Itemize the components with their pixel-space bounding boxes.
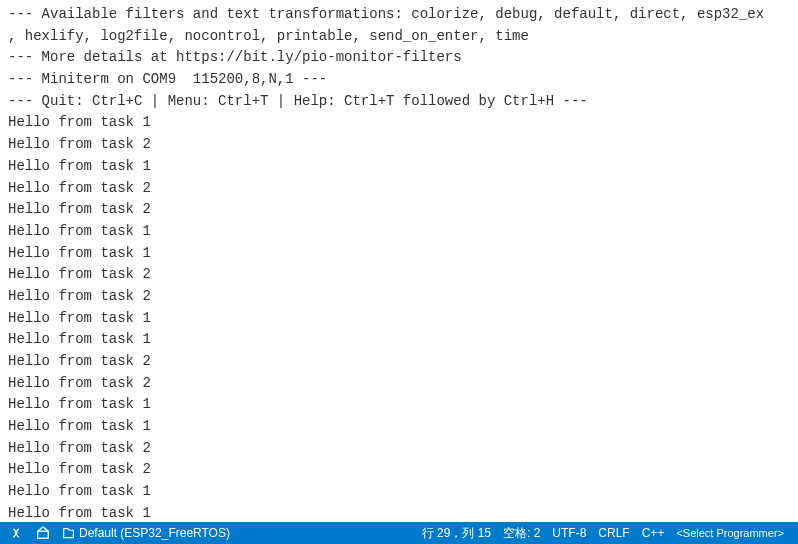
- select-programmer[interactable]: <Select Programmer>: [670, 522, 794, 544]
- terminal-line: Hello from task 1: [8, 481, 790, 503]
- terminal-line: Hello from task 2: [8, 286, 790, 308]
- terminal-line: --- More details at https://bit.ly/pio-m…: [8, 47, 790, 69]
- terminal-line: , hexlify, log2file, nocontrol, printabl…: [8, 26, 790, 48]
- terminal-line: --- Miniterm on COM9 115200,8,N,1 ---: [8, 69, 790, 91]
- terminal-line: Hello from task 1: [8, 243, 790, 265]
- cursor-position-label: 行 29，列 15: [422, 525, 491, 542]
- terminal-line: Hello from task 2: [8, 134, 790, 156]
- remote-icon[interactable]: [4, 522, 30, 544]
- terminal-line: Hello from task 1: [8, 308, 790, 330]
- terminal-line: Hello from task 2: [8, 459, 790, 481]
- cursor-position[interactable]: 行 29，列 15: [416, 522, 497, 544]
- terminal-output: --- Available filters and text transform…: [0, 0, 798, 522]
- terminal-line: --- Quit: Ctrl+C | Menu: Ctrl+T | Help: …: [8, 91, 790, 113]
- terminal-line: Hello from task 1: [8, 112, 790, 134]
- terminal-line: Hello from task 1: [8, 156, 790, 178]
- terminal-line: Hello from task 2: [8, 264, 790, 286]
- terminal-line: Hello from task 2: [8, 373, 790, 395]
- encoding-label: UTF-8: [552, 526, 586, 540]
- terminal-line: Hello from task 2: [8, 351, 790, 373]
- terminal-line: Hello from task 1: [8, 394, 790, 416]
- indentation[interactable]: 空格: 2: [497, 522, 546, 544]
- terminal-line: Hello from task 1: [8, 503, 790, 522]
- language-mode[interactable]: C++: [636, 522, 671, 544]
- language-mode-label: C++: [642, 526, 665, 540]
- terminal-line: Hello from task 1: [8, 416, 790, 438]
- project-env-label: Default (ESP32_FreeRTOS): [79, 526, 230, 540]
- encoding[interactable]: UTF-8: [546, 522, 592, 544]
- terminal-line: --- Available filters and text transform…: [8, 4, 790, 26]
- terminal-line: Hello from task 1: [8, 329, 790, 351]
- project-env[interactable]: Default (ESP32_FreeRTOS): [56, 522, 236, 544]
- terminal-line: Hello from task 2: [8, 438, 790, 460]
- select-programmer-label: <Select Programmer>: [676, 527, 784, 539]
- platformio-home-icon[interactable]: [30, 522, 56, 544]
- indentation-label: 空格: 2: [503, 525, 540, 542]
- status-bar: Default (ESP32_FreeRTOS) 行 29，列 15 空格: 2…: [0, 522, 798, 544]
- svg-rect-0: [38, 531, 49, 538]
- terminal-line: Hello from task 1: [8, 221, 790, 243]
- eol[interactable]: CRLF: [592, 522, 635, 544]
- terminal-line: Hello from task 2: [8, 199, 790, 221]
- eol-label: CRLF: [598, 526, 629, 540]
- terminal-line: Hello from task 2: [8, 178, 790, 200]
